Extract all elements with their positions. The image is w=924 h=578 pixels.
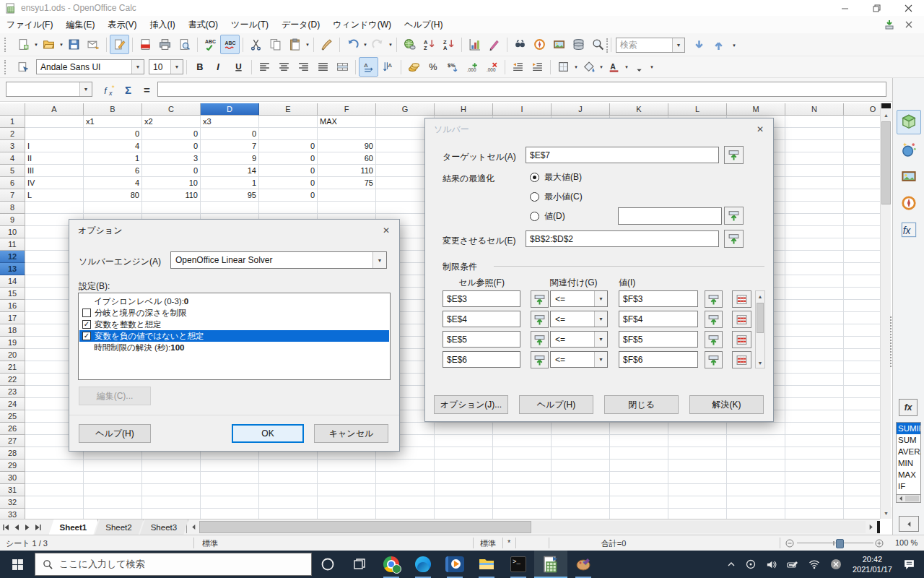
column-header-N[interactable]: N	[785, 103, 844, 116]
hscroll-right-icon[interactable]	[866, 519, 876, 535]
cell-B1[interactable]: x1	[84, 116, 141, 127]
cell-F5[interactable]: 110	[318, 165, 375, 176]
align-justify-button[interactable]	[313, 57, 333, 77]
find-input[interactable]: 検索▼	[616, 38, 685, 53]
setting-item-5[interactable]: 時間制限の解決 (秒): 100	[79, 342, 389, 353]
cell-E5[interactable]: 0	[259, 165, 317, 176]
column-header-F[interactable]: F	[318, 103, 376, 116]
options-cancel-button[interactable]: キャンセル	[314, 424, 388, 443]
column-header-D[interactable]: D	[201, 103, 259, 116]
auto-spellcheck-button[interactable]: ABC	[220, 35, 240, 54]
zoom-in-icon[interactable]	[875, 539, 884, 548]
function-list-item-average[interactable]: AVERAGE	[897, 446, 920, 457]
solver-help-button[interactable]: ヘルプ(H)	[519, 395, 593, 414]
find-next-button[interactable]	[689, 35, 709, 55]
sheet-tab-sheet2[interactable]: Sheet2	[95, 519, 143, 535]
taskbar-app-media-player[interactable]	[439, 551, 471, 578]
row-header-16[interactable]: 16	[0, 300, 25, 312]
horizontal-scrollbar[interactable]	[199, 521, 866, 533]
column-header-B[interactable]: B	[84, 103, 142, 116]
checkbox-icon[interactable]: ✓	[82, 320, 91, 329]
delete-decimal-button[interactable]: .000	[482, 57, 502, 77]
chevron-down-icon[interactable]: ▼	[131, 60, 144, 74]
cell-C4[interactable]: 3	[142, 152, 200, 164]
row-header-22[interactable]: 22	[0, 374, 25, 386]
chevron-down-icon[interactable]: ▼	[79, 82, 92, 96]
shrink-button[interactable]	[705, 351, 723, 368]
restore-button[interactable]	[860, 0, 892, 16]
constraint-operator-select-1[interactable]: <=▼	[550, 290, 608, 307]
setting-item-2[interactable]: 分岐と境界の深さを制限	[79, 307, 389, 319]
tray-chevron-icon[interactable]	[727, 560, 736, 569]
align-left-button[interactable]	[255, 57, 274, 77]
page-preview-button[interactable]	[175, 35, 194, 54]
zoom-level[interactable]: 100 %	[895, 538, 918, 547]
new-document-button[interactable]	[14, 35, 33, 54]
page-style[interactable]: 標準	[202, 538, 218, 549]
close-button[interactable]	[892, 0, 924, 16]
chevron-down-icon[interactable]: ▼	[594, 332, 607, 347]
function-list-item-if[interactable]: IF	[897, 480, 920, 492]
menu-w[interactable]: ウィンドウ(W)	[326, 17, 398, 33]
row-header-26[interactable]: 26	[0, 423, 25, 435]
paste-button[interactable]	[285, 35, 305, 54]
font-color-dropdown-icon[interactable]: ▼	[624, 65, 629, 69]
chevron-down-icon[interactable]: ▼	[170, 60, 183, 74]
cell-C1[interactable]: x2	[142, 116, 200, 127]
undo-button[interactable]	[343, 35, 362, 54]
formula-input[interactable]	[157, 82, 886, 97]
row-header-3[interactable]: 3	[0, 140, 25, 152]
task-view-button[interactable]	[344, 551, 375, 578]
value-of-input[interactable]	[618, 207, 722, 225]
cell-E4[interactable]: 0	[259, 152, 317, 164]
row-header-32[interactable]: 32	[0, 496, 25, 509]
constraint-value-input-2[interactable]: $F$4	[619, 311, 698, 327]
toolbar-overflow-icon[interactable]: ▼	[731, 43, 737, 48]
cell-A3[interactable]: I	[25, 140, 83, 152]
merge-cells-button[interactable]	[333, 57, 352, 77]
shrink-button[interactable]	[531, 311, 549, 328]
options-close-icon[interactable]: ✕	[378, 223, 395, 237]
constraint-value-input-4[interactable]: $F$6	[619, 351, 698, 368]
close-document-icon[interactable]	[899, 15, 918, 35]
email-button[interactable]	[84, 35, 103, 54]
cell-C3[interactable]: 0	[142, 140, 200, 152]
hscroll-thumb[interactable]	[199, 521, 531, 533]
insert-mode[interactable]: 標準	[480, 538, 496, 549]
row-header-18[interactable]: 18	[0, 324, 25, 337]
cell-E6[interactable]: 0	[259, 177, 317, 189]
redo-button[interactable]	[368, 35, 388, 54]
function-wizard-button[interactable]: fx	[100, 80, 119, 100]
column-header-K[interactable]: K	[610, 103, 668, 116]
row-header-21[interactable]: 21	[0, 361, 25, 374]
currency-button[interactable]	[404, 57, 424, 77]
insert-chart-button[interactable]	[465, 35, 484, 54]
column-header-J[interactable]: J	[552, 103, 610, 116]
solver-engine-select[interactable]: OpenOffice Linear Solver ▼	[170, 251, 387, 269]
chevron-down-icon[interactable]: ▼	[372, 252, 386, 268]
row-header-7[interactable]: 7	[0, 189, 25, 202]
settings-list[interactable]: イプシロンレベル (0-3): 0分岐と境界の深さを制限✓変数を整数と想定✓変数…	[78, 293, 391, 380]
row-header-29[interactable]: 29	[0, 460, 25, 472]
shrink-button[interactable]	[724, 146, 744, 164]
shrink-button[interactable]	[724, 207, 744, 225]
row-header-33[interactable]: 33	[0, 509, 25, 519]
styles-window-button[interactable]	[14, 57, 33, 77]
solver-options-button[interactable]: オプション(J)...	[434, 395, 508, 414]
cell-F3[interactable]: 90	[318, 140, 375, 152]
row-header-27[interactable]: 27	[0, 435, 25, 447]
shrink-button[interactable]	[531, 290, 549, 308]
undo-dropdown-icon[interactable]: ▼	[362, 43, 368, 47]
cell-B4[interactable]: 1	[84, 152, 141, 164]
cell-D5[interactable]: 14	[201, 165, 258, 176]
column-header-O[interactable]: O	[844, 103, 880, 116]
find-replace-button[interactable]	[510, 35, 530, 54]
sheet-tab-sheet3[interactable]: Sheet3	[140, 519, 188, 535]
column-header-I[interactable]: I	[493, 103, 552, 116]
function-list-item-sum[interactable]: SUM	[897, 434, 920, 446]
row-header-19[interactable]: 19	[0, 337, 25, 349]
function-list-item-sumif[interactable]: SUMIF	[897, 423, 920, 434]
borders-button[interactable]	[554, 57, 573, 77]
data-sources-button[interactable]	[569, 35, 588, 54]
checkbox-icon[interactable]	[82, 309, 91, 317]
